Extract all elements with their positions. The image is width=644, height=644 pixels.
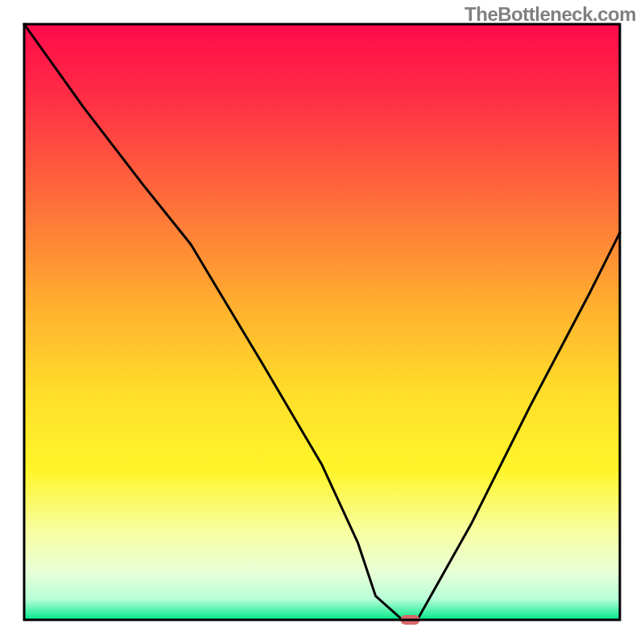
watermark-label: TheBottleneck.com [464,3,636,26]
chart-svg [0,0,644,644]
plot-background [24,24,620,620]
bottleneck-chart: TheBottleneck.com [0,0,644,644]
